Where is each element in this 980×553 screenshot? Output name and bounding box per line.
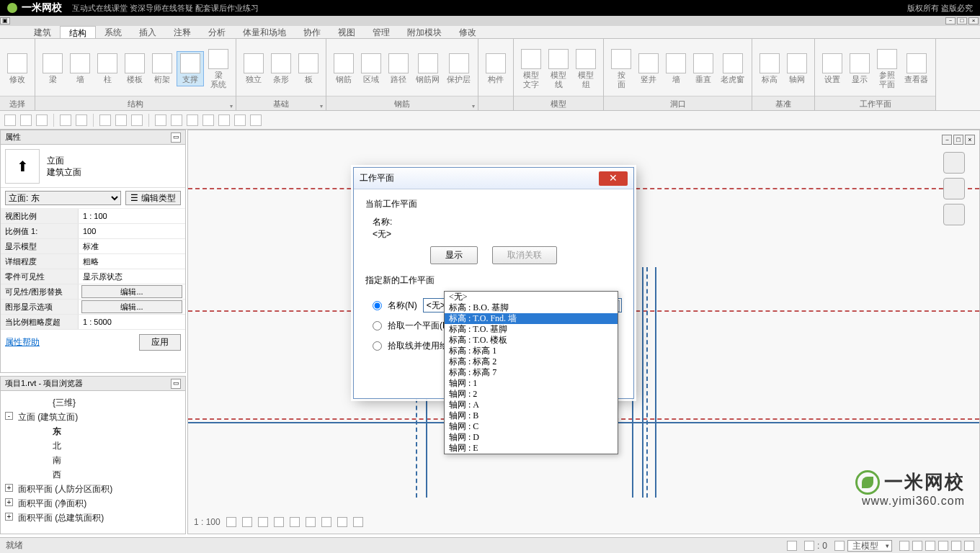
ribbon-button[interactable]: 支撑: [177, 51, 204, 86]
steering-wheel-icon[interactable]: [943, 178, 965, 199]
reveal-icon[interactable]: [353, 517, 363, 527]
tree-node[interactable]: -立面 (建筑立面): [4, 410, 182, 424]
tab-manage[interactable]: 管理: [364, 26, 398, 38]
dropdown-option[interactable]: 标高 : B.O. 基脚: [445, 302, 618, 313]
tab-arch[interactable]: 建筑: [25, 26, 60, 38]
tab-system[interactable]: 系统: [96, 26, 130, 38]
ribbon-button[interactable]: 垂直: [690, 52, 716, 86]
tab-view[interactable]: 视图: [329, 26, 364, 38]
property-value[interactable]: 标准: [79, 239, 185, 253]
dropdown-option[interactable]: 轴网 : 2: [445, 389, 618, 400]
qat-close-icon[interactable]: [202, 114, 214, 126]
lock-icon[interactable]: [321, 517, 331, 527]
tab-massing[interactable]: 体量和场地: [234, 26, 295, 38]
filter-icon[interactable]: [964, 541, 974, 551]
properties-help-link[interactable]: 属性帮助: [5, 336, 40, 349]
collapse-icon[interactable]: -: [5, 412, 13, 420]
show-button[interactable]: 显示: [430, 246, 478, 264]
ribbon-button[interactable]: 模型 组: [573, 48, 599, 91]
viewcube-icon[interactable]: [943, 152, 965, 174]
browser-tree[interactable]: {三维}-立面 (建筑立面)东北南西+面积平面 (人防分区面积)+面积平面 (净…: [1, 391, 185, 529]
ribbon-button[interactable]: 模型 文字: [518, 48, 544, 91]
ribbon-button[interactable]: 保护层: [444, 52, 473, 86]
ribbon-button[interactable]: 参照 平面: [874, 48, 900, 91]
dropdown-option[interactable]: 标高 : T.O. 基脚: [445, 324, 618, 335]
min-button[interactable]: －: [945, 17, 956, 24]
dropdown-option[interactable]: <无>: [445, 292, 618, 302]
qat-undo-icon[interactable]: [60, 114, 71, 126]
dropdown-option[interactable]: 轴网 : C: [445, 421, 618, 432]
ribbon-button[interactable]: 显示: [847, 52, 873, 86]
radio-name[interactable]: [373, 301, 382, 310]
shadows-icon[interactable]: [274, 517, 284, 527]
drag-icon[interactable]: [951, 541, 961, 551]
sun-path-icon[interactable]: [258, 517, 268, 527]
tab-analyze[interactable]: 分析: [200, 26, 234, 38]
tree-node[interactable]: 东: [4, 424, 182, 439]
chevron-down-icon[interactable]: ▾: [230, 99, 233, 114]
qat-3d-icon[interactable]: [155, 114, 166, 126]
ribbon-button[interactable]: 标高: [757, 52, 783, 86]
ribbon-button[interactable]: 区域: [358, 52, 384, 86]
tab-struct[interactable]: 结构: [60, 26, 96, 38]
radio-pick-line[interactable]: [373, 341, 382, 351]
dropdown-option[interactable]: 轴网 : B: [445, 410, 618, 421]
ribbon-button[interactable]: 墙: [663, 52, 689, 86]
ribbon-button[interactable]: 钢筋网: [413, 52, 442, 86]
property-value[interactable]: 显示原状态: [79, 269, 185, 284]
edit-type-button[interactable]: ☰编辑类型: [125, 191, 181, 205]
main-model-selector[interactable]: 主模型: [847, 540, 892, 552]
qat-open-icon[interactable]: [20, 114, 32, 126]
visual-style-icon[interactable]: [242, 517, 252, 527]
app-menu-icon[interactable]: ▣: [0, 17, 10, 24]
tab-modify[interactable]: 修改: [450, 26, 485, 38]
tree-node[interactable]: 南: [4, 453, 182, 467]
select-links-icon[interactable]: [899, 541, 909, 551]
select-pinned-icon[interactable]: [925, 541, 935, 551]
dropdown-option[interactable]: 标高 : 标高 2: [445, 356, 618, 367]
close-button[interactable]: ×: [968, 17, 979, 24]
qat-switch-icon[interactable]: [218, 114, 230, 126]
temp-hide-icon[interactable]: [337, 517, 347, 527]
status-icon[interactable]: [804, 541, 814, 551]
ribbon-button[interactable]: 设置: [819, 52, 845, 86]
crop-region-icon[interactable]: [306, 517, 316, 527]
expand-icon[interactable]: +: [5, 484, 13, 492]
ribbon-button[interactable]: 修改: [4, 52, 30, 86]
dropdown-option[interactable]: 轴网 : A: [445, 400, 618, 410]
crop-icon[interactable]: [290, 517, 300, 527]
tab-addins[interactable]: 附加模块: [398, 26, 450, 38]
dropdown-option[interactable]: 标高 : T.O. Fnd. 墙: [445, 313, 618, 324]
max-button[interactable]: □: [957, 17, 967, 24]
status-icon[interactable]: [787, 541, 797, 551]
tab-insert[interactable]: 插入: [130, 26, 165, 38]
properties-close-icon[interactable]: ▭: [171, 132, 181, 143]
browser-close-icon[interactable]: ▭: [171, 379, 181, 389]
ribbon-button[interactable]: 查看器: [901, 52, 931, 86]
ribbon-button[interactable]: 模型 线: [545, 48, 571, 91]
property-value[interactable]: 1 : 5000: [79, 315, 185, 329]
ribbon-button[interactable]: 竖井: [636, 52, 662, 86]
qat-text-icon[interactable]: [131, 114, 143, 126]
property-edit-button[interactable]: 编辑...: [81, 285, 182, 298]
radio-pick-plane[interactable]: [373, 321, 382, 331]
qat-thin-icon[interactable]: [187, 114, 198, 126]
ribbon-button[interactable]: 独立: [241, 52, 267, 86]
qat-misc2-icon[interactable]: [250, 114, 262, 126]
apply-button[interactable]: 应用: [139, 334, 181, 351]
chevron-down-icon[interactable]: ▾: [320, 99, 323, 114]
expand-icon[interactable]: +: [5, 513, 13, 521]
tab-collab[interactable]: 协作: [295, 26, 329, 38]
property-value[interactable]: 粗略: [79, 254, 185, 269]
ribbon-button[interactable]: 按 面: [608, 48, 634, 91]
ribbon-button[interactable]: 路径: [386, 52, 411, 86]
view-scale[interactable]: 1 : 100: [194, 517, 220, 527]
qat-print-icon[interactable]: [99, 114, 111, 126]
ribbon-button[interactable]: 板: [295, 52, 321, 86]
ribbon-button[interactable]: 梁 系统: [205, 48, 231, 91]
ribbon-button[interactable]: 梁: [40, 52, 66, 86]
property-value[interactable]: 100: [79, 224, 185, 238]
dropdown-option[interactable]: 轴网 : 1: [445, 378, 618, 389]
ribbon-button[interactable]: 轴网: [784, 52, 810, 86]
ribbon-button[interactable]: 柱: [94, 52, 120, 86]
